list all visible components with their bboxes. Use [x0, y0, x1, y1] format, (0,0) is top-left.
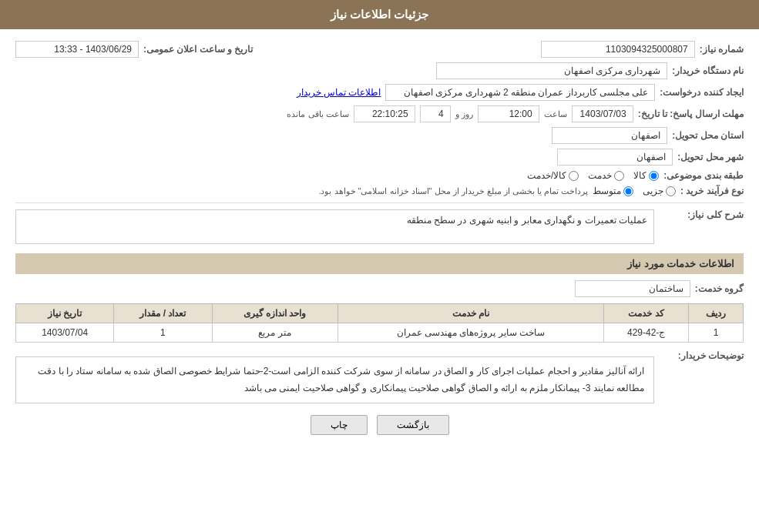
- col-name: نام خدمت: [338, 304, 604, 323]
- ostan-value: اصفهان: [552, 127, 667, 144]
- sharh-section: شرح کلی نیاز: عملیات تعمیرات و نگهداری م…: [15, 209, 744, 244]
- nam-dastgah-value: شهرداری مرکزی اصفهان: [436, 62, 667, 79]
- farayand-row: نوع فرآیند خرید : جزیی متوسط پرداخت تمام…: [15, 186, 744, 196]
- farayand-motawaset-radio[interactable]: [623, 186, 633, 196]
- cell-tarikh: 1403/07/04: [16, 323, 114, 343]
- farayand-desc: پرداخت تمام یا بخشی از مبلغ خریدار از مح…: [318, 186, 588, 196]
- col-radif: ردیف: [688, 304, 743, 323]
- back-button[interactable]: بازگشت: [377, 415, 449, 435]
- col-kod: کد خدمت: [604, 304, 689, 323]
- grooh-label: گروه خدمت:: [695, 283, 744, 294]
- shomara-niaz-value: 1103094325000807: [541, 41, 695, 58]
- tawzih-label: توضیحات خریدار:: [659, 350, 744, 361]
- cell-name: ساخت سایر پروژه‌های مهندسی عمران: [338, 323, 604, 343]
- cell-radif: 1: [688, 323, 743, 343]
- shahr-label: شهر محل تحویل:: [677, 152, 744, 162]
- farayand-motawaset-label: متوسط: [593, 186, 621, 196]
- cell-vahed: متر مربع: [212, 323, 338, 343]
- services-table: ردیف کد خدمت نام خدمت واحد اندازه گیری ت…: [15, 303, 744, 343]
- ejad-konande-link[interactable]: اطلاعات تماس خریدار: [297, 87, 381, 98]
- tawzih-section: توضیحات خریدار: ارائه آنالیز مقادیر و اح…: [15, 350, 744, 403]
- tabaghe-kala-radio[interactable]: [649, 171, 659, 181]
- tabaghe-khedmat-label: خدمت: [588, 170, 612, 181]
- table-row: 1 ج-42-429 ساخت سایر پروژه‌های مهندسی عم…: [16, 323, 744, 343]
- mohlat-row: مهلت ارسال پاسخ: تا تاریخ: 1403/07/03 سا…: [15, 105, 744, 122]
- farayand-jozei: جزیی: [643, 186, 676, 196]
- grooh-row: گروه خدمت: ساختمان: [15, 280, 744, 297]
- tabaghe-kala-label: کالا: [633, 170, 646, 181]
- mohlat-date: 1403/07/03: [572, 105, 633, 122]
- mohlat-remaining-label: ساعت باقی مانده: [287, 109, 348, 119]
- sharh-label: شرح کلی نیاز:: [659, 209, 744, 220]
- shahr-row: شهر محل تحویل: اصفهان: [15, 149, 744, 166]
- mohlat-remaining: 22:10:25: [354, 105, 415, 122]
- tabaghe-kala-khedmat: کالا/خدمت: [527, 170, 579, 181]
- tabaghe-kala: کالا: [633, 170, 659, 181]
- nam-dastgah-row: نام دستگاه خریدار: شهرداری مرکزی اصفهان: [15, 62, 744, 79]
- col-tedad: تعداد / مقدار: [114, 304, 212, 323]
- shahr-value: اصفهان: [557, 149, 673, 166]
- farayand-options: جزیی متوسط: [593, 186, 676, 196]
- col-vahed: واحد اندازه گیری: [212, 304, 338, 323]
- tabaghe-row: طبقه بندی موضوعی: کالا خدمت کالا/خدمت: [15, 170, 744, 181]
- cell-tedad: 1: [114, 323, 212, 343]
- ejad-konande-label: ایجاد کننده درخواست:: [660, 87, 744, 98]
- mohlat-saat: 12:00: [478, 105, 539, 122]
- grooh-value: ساختمان: [575, 280, 690, 297]
- sharh-value: عملیات تعمیرات و نگهداری معابر و ابنیه ش…: [15, 209, 654, 244]
- ostan-row: استان محل تحویل: اصفهان: [15, 127, 744, 144]
- cell-kod: ج-42-429: [604, 323, 689, 343]
- tabaghe-label: طبقه بندی موضوعی:: [663, 170, 744, 181]
- tawzih-value: ارائه آنالیز مقادیر و احجام عملیات اجرای…: [15, 356, 654, 403]
- shomara-niaz-label: شماره نیاز:: [700, 44, 744, 55]
- mohlat-label: مهلت ارسال پاسخ: تا تاریخ:: [638, 109, 744, 119]
- niaz-number-row: شماره نیاز: 1103094325000807 تاریخ و ساع…: [15, 41, 744, 58]
- page-title: جزئیات اطلاعات نیاز: [0, 0, 759, 29]
- ejad-konande-row: ایجاد کننده درخواست: علی مجلسی کاربرداز …: [15, 84, 744, 101]
- ejad-konande-value: علی مجلسی کاربرداز عمران منطقه 2 شهرداری…: [385, 84, 655, 101]
- khadamat-title: اطلاعات خدمات مورد نیاز: [15, 253, 744, 274]
- farayand-motawaset: متوسط: [593, 186, 633, 196]
- tabaghe-khedmat-radio[interactable]: [614, 171, 624, 181]
- mohlat-saat-label: ساعت: [544, 109, 567, 119]
- col-tarikh: تاریخ نیاز: [16, 304, 114, 323]
- tabaghe-options: کالا خدمت کالا/خدمت: [527, 170, 659, 181]
- tabaghe-khedmat: خدمت: [588, 170, 624, 181]
- farayand-jozei-label: جزیی: [643, 186, 663, 196]
- ostan-label: استان محل تحویل:: [672, 130, 744, 141]
- nam-dastgah-label: نام دستگاه خریدار:: [672, 65, 744, 76]
- farayand-jozei-radio[interactable]: [666, 186, 676, 196]
- mohlat-rooz: 4: [420, 105, 451, 122]
- tabaghe-kala-khedmat-label: کالا/خدمت: [527, 170, 566, 181]
- mohlat-rooz-label: روز و: [455, 109, 473, 119]
- tabaghe-kala-khedmat-radio[interactable]: [569, 171, 579, 181]
- print-button[interactable]: چاپ: [311, 415, 368, 435]
- tarikh-aalan-value: 1403/06/29 - 13:33: [15, 41, 139, 58]
- tarikh-aalan-label: تاریخ و ساعت اعلان عمومی:: [143, 44, 253, 55]
- action-buttons: بازگشت چاپ: [15, 415, 744, 435]
- farayand-label: نوع فرآیند خرید :: [680, 186, 744, 196]
